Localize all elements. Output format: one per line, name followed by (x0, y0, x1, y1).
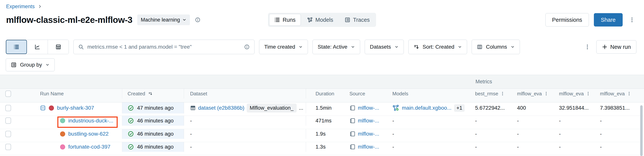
run-duration: 471ms (306, 116, 348, 126)
columns-dropdown[interactable]: Columns (472, 40, 520, 54)
chevron-down-icon (510, 45, 515, 49)
new-run-button[interactable]: New run (596, 40, 636, 54)
run-duration: 1.3s (306, 142, 348, 152)
column-header-mlflow-eva-3[interactable]: mlflow_eva (598, 89, 644, 98)
run-finished-check-icon (128, 118, 134, 124)
chevron-down-icon (394, 45, 399, 49)
source-notebook-link[interactable]: mlflow-... (358, 105, 379, 111)
models-empty: - (391, 116, 473, 126)
breadcrumb-experiments-link[interactable]: Experiments (6, 4, 35, 10)
traces-list-icon (345, 17, 350, 23)
run-name-link[interactable]: bustling-sow-622 (68, 131, 109, 137)
experiment-type-label: Machine learning (141, 17, 180, 23)
group-by-button[interactable]: Group by (6, 58, 55, 71)
column-header-mlflow-eva-1[interactable]: mlflow_eva (515, 89, 557, 98)
column-header-models[interactable]: Models (391, 89, 473, 98)
select-all-checkbox[interactable] (5, 90, 11, 97)
metric-mlflow-eva-1: 400 (515, 102, 557, 114)
metric-column-kebab-icon[interactable] (544, 91, 549, 96)
list-view-button[interactable] (6, 40, 27, 54)
metric-mlflow-eva-2: - (557, 116, 598, 126)
table-header-row: Run Name Created Dataset Duration Source… (0, 89, 644, 102)
state-filter[interactable]: State: Active (312, 40, 360, 54)
search-icon (78, 44, 84, 50)
run-finished-check-icon (128, 131, 134, 137)
column-header-dataset[interactable]: Dataset (184, 89, 306, 98)
table-view-button[interactable] (48, 40, 69, 54)
tab-models[interactable]: Models (302, 14, 338, 26)
model-link[interactable]: main.default.xgboo... (402, 105, 452, 111)
column-header-mlflow-eva-2[interactable]: mlflow_eva (557, 89, 598, 98)
breadcrumb: Experiments (0, 0, 644, 10)
metric-mlflow-eva-2: 32.951844... (557, 102, 598, 114)
chevron-down-icon (182, 18, 186, 22)
table-row: burly-shark-307 47 minutes ago dataset (… (0, 102, 644, 116)
created-time: 46 minutes ago (137, 118, 174, 124)
dataset-tag[interactable]: Mlflow_evaluation_ (247, 104, 297, 112)
tab-traces[interactable]: Traces (340, 14, 375, 26)
column-header-duration[interactable]: Duration (306, 89, 348, 98)
created-time: 46 minutes ago (137, 131, 174, 137)
column-header-created[interactable]: Created (122, 89, 184, 98)
metric-mlflow-eva-3: - (598, 142, 644, 152)
search-info-icon[interactable] (244, 44, 250, 50)
chevron-down-icon (351, 45, 355, 49)
more-models-badge[interactable]: +1 (454, 104, 464, 112)
source-notebook-link[interactable]: mlflow-... (358, 118, 379, 124)
vertical-scrollbar-thumb[interactable] (640, 105, 643, 156)
run-duration: 1.9s (306, 129, 348, 139)
run-name-link[interactable]: burly-shark-307 (57, 105, 94, 111)
permissions-button[interactable]: Permissions (546, 13, 589, 26)
source-notebook-link[interactable]: mlflow-... (358, 131, 379, 137)
chart-view-button[interactable] (27, 40, 48, 54)
notebook-icon (350, 105, 356, 111)
collapse-run-icon[interactable] (40, 105, 46, 111)
view-tabs: Runs Models Traces (268, 13, 376, 27)
metric-best-rmse: - (473, 116, 515, 126)
dataset-link[interactable]: dataset (e2b8386b) (198, 105, 244, 111)
metric-column-kebab-icon[interactable] (627, 91, 632, 96)
share-button[interactable]: Share (594, 13, 623, 26)
experiment-type-tag[interactable]: Machine learning (137, 14, 190, 25)
metric-column-kebab-icon[interactable] (586, 91, 590, 96)
dataset-table-icon (190, 105, 196, 111)
sort-dropdown[interactable]: Sort: Created (408, 40, 467, 54)
more-actions-kebab-icon[interactable] (628, 16, 636, 24)
runs-table: Metrics Run Name Created Dataset Duratio… (0, 75, 644, 155)
run-name-link[interactable]: fortunate-cod-397 (68, 144, 110, 150)
run-name-link[interactable]: industrious-duck-... (68, 118, 114, 124)
table-row: bustling-sow-622 46 minutes ago - 1.9s m… (0, 129, 644, 142)
run-finished-check-icon (128, 105, 134, 111)
group-by-icon (11, 62, 16, 68)
title-row: mlflow-classic-ml-e2e-mlflow-3 Machine l… (0, 12, 644, 28)
metric-mlflow-eva-3: - (598, 129, 644, 139)
runs-search-box (74, 40, 254, 54)
row-checkbox[interactable] (5, 118, 11, 124)
tab-runs[interactable]: Runs (269, 14, 301, 26)
row-checkbox[interactable] (5, 105, 11, 111)
metric-mlflow-eva-1: - (515, 129, 557, 139)
metric-mlflow-eva-2: - (557, 142, 598, 152)
toolbar-kebab-icon[interactable] (583, 42, 592, 51)
column-header-best-rmse[interactable]: best_rmse (473, 89, 515, 98)
metric-column-kebab-icon[interactable] (500, 91, 505, 96)
columns-icon (477, 44, 482, 50)
datasets-filter[interactable]: Datasets (365, 40, 404, 54)
source-notebook-link[interactable]: mlflow-... (358, 144, 379, 150)
metric-best-rmse: 5.6722942... (473, 102, 515, 114)
row-checkbox[interactable] (5, 131, 11, 137)
dataset-ellipsis: ... (299, 105, 303, 111)
info-icon[interactable] (195, 17, 200, 23)
search-input[interactable] (87, 44, 240, 50)
tab-traces-label: Traces (353, 17, 370, 23)
time-created-filter[interactable]: Time created (259, 40, 308, 54)
metric-mlflow-eva-3: - (598, 116, 644, 126)
models-empty: - (391, 129, 473, 139)
view-mode-toggle (6, 40, 69, 54)
runs-list-icon (274, 17, 280, 23)
row-checkbox[interactable] (5, 144, 11, 150)
dataset-empty: - (184, 116, 306, 126)
column-header-source[interactable]: Source (348, 89, 391, 98)
column-header-run-name[interactable]: Run Name (19, 89, 122, 98)
run-status-dot (60, 144, 65, 150)
